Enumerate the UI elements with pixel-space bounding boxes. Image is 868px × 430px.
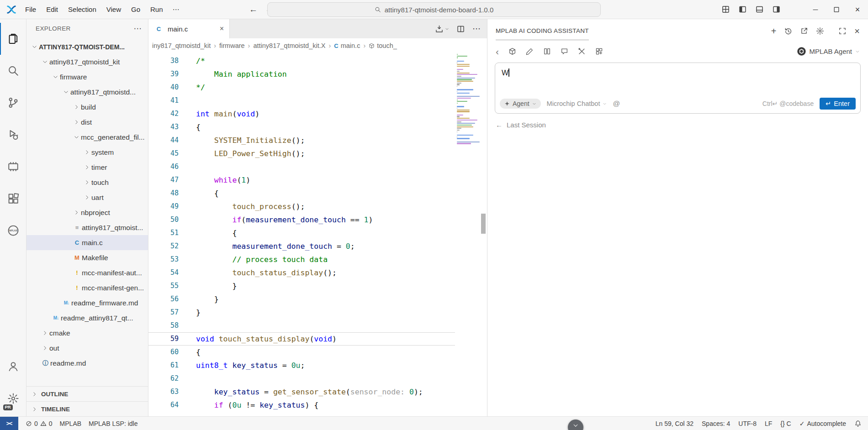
toggle-primary-sidebar-icon[interactable] bbox=[738, 5, 747, 14]
tree-item-dist[interactable]: dist bbox=[26, 115, 148, 130]
mode-selector[interactable]: Agent bbox=[500, 99, 541, 109]
open-external-icon[interactable] bbox=[800, 27, 808, 35]
tree-item-attiny817-qtmoistd-kit[interactable]: attiny817_qtmoistd_kit bbox=[26, 54, 148, 69]
toggle-secondary-sidebar-icon[interactable] bbox=[772, 5, 781, 14]
status-mplab-lsp-idle[interactable]: MPLAB LSP: idle bbox=[89, 420, 138, 427]
command-center-search[interactable]: attiny817-qtmoist-demo-board-1.0.0 bbox=[267, 2, 601, 17]
tree-item-touch[interactable]: touch bbox=[26, 175, 148, 190]
code-line[interactable]: 51 { bbox=[148, 226, 455, 240]
activity-mplab-icon[interactable]: MPLAB bbox=[0, 215, 26, 246]
new-chat-icon[interactable]: + bbox=[771, 26, 777, 36]
close-icon[interactable]: × bbox=[854, 26, 860, 36]
code-line[interactable]: 58 bbox=[148, 319, 455, 332]
code-line[interactable]: 48 { bbox=[148, 187, 455, 200]
code-line[interactable]: 53 // process touch data bbox=[148, 253, 455, 266]
code-line[interactable]: 43{ bbox=[148, 121, 455, 134]
tree-item-build[interactable]: build bbox=[26, 100, 148, 115]
menu-edit[interactable]: Edit bbox=[41, 0, 63, 19]
history-icon[interactable] bbox=[784, 27, 792, 35]
tree-item-out[interactable]: out bbox=[26, 341, 148, 356]
status--c[interactable]: {} C bbox=[780, 420, 791, 427]
activity-run-and-debug-icon[interactable] bbox=[0, 119, 26, 151]
activity-account-icon[interactable] bbox=[0, 351, 26, 383]
tree-item-makefile[interactable]: MMakefile bbox=[26, 250, 148, 265]
code-line[interactable]: 44 SYSTEM_Initialize(); bbox=[148, 134, 455, 147]
back-button[interactable]: ← bbox=[249, 5, 258, 15]
activity-search-icon[interactable] bbox=[0, 55, 26, 87]
code-line[interactable]: 55 } bbox=[148, 279, 455, 293]
more-actions-icon[interactable]: ⋯ bbox=[472, 24, 481, 34]
tree-item-main-c[interactable]: Cmain.c bbox=[26, 235, 148, 250]
activity-explorer-icon[interactable] bbox=[0, 23, 26, 55]
code-line[interactable]: 46 bbox=[148, 160, 455, 173]
tree-item-attiny817-qtmoist[interactable]: ≡attiny817_qtmoist... bbox=[26, 220, 148, 235]
tree-item-nbproject[interactable]: nbproject bbox=[26, 205, 148, 220]
tools-icon[interactable] bbox=[578, 47, 586, 55]
model-selector[interactable]: MPLAB Agent bbox=[797, 47, 860, 56]
editor-scrollbar[interactable] bbox=[480, 53, 487, 416]
code-line[interactable]: 49 touch_process(); bbox=[148, 200, 455, 213]
enter-button[interactable]: ↵ Enter bbox=[820, 98, 856, 110]
code-line[interactable]: 42int main(void) bbox=[148, 107, 455, 121]
status-mplab[interactable]: MPLAB bbox=[60, 420, 81, 427]
code-line[interactable]: 59void touch_status_display(void) bbox=[148, 332, 455, 346]
breadcrumb-item[interactable]: iny817_qtmoistd_kit bbox=[152, 42, 211, 49]
notifications-bell-icon[interactable] bbox=[854, 420, 862, 427]
code-line[interactable]: 52 measurement_done_touch = 0; bbox=[148, 240, 455, 253]
customize-layout-icon[interactable] bbox=[721, 5, 730, 14]
tree-item-attiny817-qtmoist-dem[interactable]: ATTINY817-QTMOIST-DEM... bbox=[26, 39, 148, 54]
breadcrumb-item[interactable]: firmware bbox=[219, 42, 245, 49]
package-icon[interactable] bbox=[508, 47, 516, 55]
tree-item-readme-firmware-md[interactable]: M↓readme_firmware.md bbox=[26, 295, 148, 310]
section-timeline[interactable]: TIMELINE bbox=[26, 401, 148, 416]
tree-item-attiny817-qtmoistd[interactable]: attiny817_qtmoistd... bbox=[26, 84, 148, 100]
provider-selector[interactable]: Microchip Chatbot bbox=[547, 100, 607, 107]
problems-status[interactable]: 00 bbox=[26, 420, 53, 427]
breadcrumb-item[interactable]: Cmain.c bbox=[334, 42, 360, 49]
code-line[interactable]: 62 bbox=[148, 372, 455, 385]
status-autocomplete[interactable]: ✓Autocomplete bbox=[799, 420, 846, 427]
toggle-panel-icon[interactable] bbox=[755, 5, 764, 14]
code-line[interactable]: 41 bbox=[148, 94, 455, 107]
menu-overflow-icon[interactable]: ⋯ bbox=[168, 5, 184, 14]
code-line[interactable]: 57} bbox=[148, 306, 455, 319]
code-line[interactable]: 56 } bbox=[148, 293, 455, 306]
code-editor[interactable]: 38/*39 Main application40*/4142int main(… bbox=[148, 53, 487, 416]
apps-icon[interactable] bbox=[595, 47, 603, 55]
code-line[interactable]: 40*/ bbox=[148, 81, 455, 94]
tab-main-c[interactable]: C main.c × bbox=[148, 19, 230, 38]
activity-device-board-icon[interactable] bbox=[0, 151, 26, 183]
menu-selection[interactable]: Selection bbox=[63, 0, 101, 19]
code-line[interactable]: 45 LED_Power_SetHigh(); bbox=[148, 147, 455, 160]
back-icon[interactable]: ‹ bbox=[496, 47, 499, 56]
tree-item-cmake[interactable]: cmake bbox=[26, 325, 148, 341]
tree-item-firmware[interactable]: firmware bbox=[26, 69, 148, 84]
split-editor-icon[interactable] bbox=[456, 25, 465, 33]
tree-item-mcc-generated-fil[interactable]: mcc_generated_fil... bbox=[26, 130, 148, 145]
minimap[interactable] bbox=[455, 54, 480, 145]
code-line[interactable]: 63 key_status = get_sensor_state(sensor_… bbox=[148, 385, 455, 399]
activity-extensions-icon[interactable] bbox=[0, 183, 26, 215]
menu-go[interactable]: Go bbox=[126, 0, 145, 19]
code-line[interactable]: 50 if(measurement_done_touch == 1) bbox=[148, 213, 455, 226]
tree-item-system[interactable]: system bbox=[26, 145, 148, 160]
scrollbar-thumb[interactable] bbox=[481, 214, 486, 234]
activity-source-control-icon[interactable] bbox=[0, 87, 26, 119]
code-line[interactable]: 39 Main application bbox=[148, 68, 455, 81]
mention-icon[interactable]: @ bbox=[613, 100, 620, 108]
menu-run[interactable]: Run bbox=[145, 0, 168, 19]
last-session-link[interactable]: ← Last Session bbox=[496, 121, 860, 129]
minimize-button[interactable] bbox=[805, 0, 826, 19]
section-outline[interactable]: OUTLINE bbox=[26, 386, 148, 401]
tree-item-timer[interactable]: timer bbox=[26, 160, 148, 175]
menu-view[interactable]: View bbox=[101, 0, 126, 19]
code-line[interactable]: 54 touch_status_display(); bbox=[148, 266, 455, 279]
code-line[interactable]: 60{ bbox=[148, 346, 455, 359]
activity-settings-icon[interactable]: PR bbox=[0, 383, 26, 414]
tree-item-readme-md[interactable]: ⓘreadme.md bbox=[26, 356, 148, 371]
tree-item-mcc-manifest-aut[interactable]: !mcc-manifest-aut... bbox=[26, 265, 148, 280]
code-line[interactable]: 61uint8_t key_status = 0u; bbox=[148, 359, 455, 372]
maximize-button[interactable] bbox=[826, 0, 847, 19]
tree-item-mcc-manifest-gen[interactable]: !mcc-manifest-gen... bbox=[26, 280, 148, 295]
chat-input[interactable]: W bbox=[502, 69, 508, 77]
